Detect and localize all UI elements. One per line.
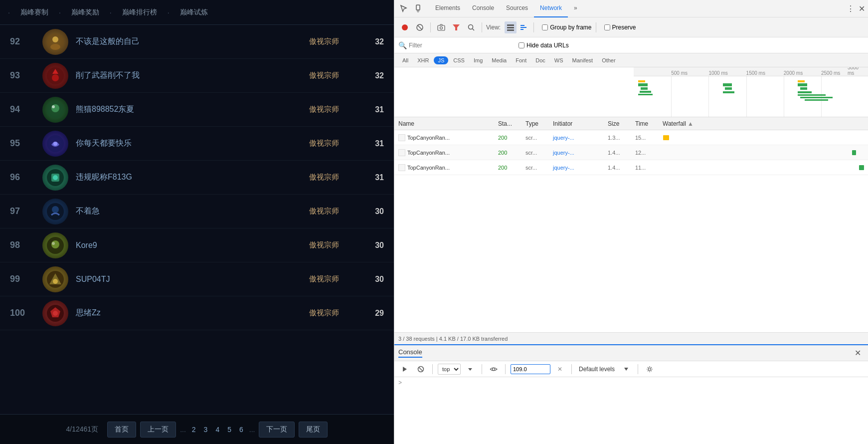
camera-button[interactable] (435, 21, 448, 34)
nav-item-1[interactable]: 巅峰奖励 (64, 8, 107, 17)
preserve-checkbox[interactable] (604, 24, 610, 30)
context-select[interactable]: top (438, 364, 461, 375)
nav-dot-4: · (168, 8, 170, 16)
next-page-button[interactable]: 下一页 (259, 422, 295, 438)
col-header-type[interactable]: Type (523, 120, 551, 127)
preserve-checkbox-row: Preserve (604, 24, 636, 31)
col-header-status[interactable]: Sta... (496, 120, 523, 127)
player-name-95: 你每天都要快乐 (76, 138, 294, 149)
device-toolbar-button[interactable] (412, 2, 425, 15)
page-num-4[interactable]: 4 (213, 426, 221, 434)
net-row-initiator-1[interactable]: jquery-... (551, 150, 606, 156)
clear-button[interactable] (413, 21, 426, 34)
type-filter-bar: All XHR JS CSS Img Media Font Doc WS Man… (394, 53, 868, 67)
score-95: 31 (354, 139, 384, 148)
page-num-2[interactable]: 2 (190, 426, 198, 434)
tab-sources[interactable]: Sources (500, 0, 534, 17)
svg-point-18 (52, 242, 55, 245)
nav-dot: · (8, 8, 10, 16)
svg-line-42 (419, 367, 423, 371)
hide-data-urls-checkbox[interactable] (519, 42, 524, 48)
nav-dot-2: · (59, 8, 61, 16)
file-icon-2 (398, 164, 405, 171)
network-rows: TopCanyonRan... 200 scr... jquery-... 1.… (394, 130, 868, 332)
devtools-panel: Elements Console Sources Network » ⋮ ✕ V… (394, 0, 868, 444)
net-row-size-0: 1.3... (606, 135, 633, 141)
net-row-name-0: TopCanyonRan... (396, 134, 496, 141)
devtools-close-button[interactable]: ✕ (859, 4, 865, 13)
network-row-0[interactable]: TopCanyonRan... 200 scr... jquery-... 1.… (394, 130, 868, 145)
col-header-name[interactable]: Name (396, 120, 496, 127)
guild-98: 傲视宗师 (294, 240, 354, 250)
svg-point-13 (53, 175, 58, 180)
ruler-label-1000: 1000 ms (708, 70, 727, 76)
console-settings-button[interactable] (643, 363, 656, 376)
player-name-98: Kore9 (76, 241, 294, 250)
net-row-name-1: TopCanyonRan... (396, 149, 496, 156)
type-tab-font[interactable]: Font (512, 56, 530, 64)
guild-95: 傲视宗师 (294, 139, 354, 148)
filter-icon[interactable] (450, 21, 463, 34)
avatar (42, 232, 68, 258)
score-92: 32 (354, 37, 384, 46)
col-header-size[interactable]: Size (606, 120, 633, 127)
console-stop-button[interactable] (414, 363, 427, 376)
nav-item-3[interactable]: 巅峰试炼 (173, 8, 215, 17)
type-tab-ws[interactable]: WS (550, 56, 567, 64)
tab-network[interactable]: Network (534, 0, 568, 17)
net-row-initiator-2[interactable]: jquery-... (551, 165, 606, 171)
network-row-1[interactable]: TopCanyonRan... 200 scr... jquery-... 1.… (394, 145, 868, 160)
score-98: 30 (354, 241, 384, 250)
type-tab-img[interactable]: Img (470, 56, 487, 64)
inspect-element-button[interactable] (397, 2, 410, 15)
type-tab-manifest[interactable]: Manifest (568, 56, 597, 64)
hide-data-urls-label: Hide data URLs (526, 42, 569, 49)
group-by-frame-checkbox[interactable] (542, 24, 548, 30)
filter-input[interactable] (409, 42, 509, 49)
console-close-button[interactable]: ✕ (851, 347, 864, 360)
console-title[interactable]: Console (398, 348, 422, 358)
waterfall-view-button[interactable] (518, 21, 529, 33)
svg-point-10 (53, 142, 57, 146)
col-header-waterfall[interactable]: Waterfall ▲ (661, 120, 866, 127)
list-view-button[interactable] (505, 21, 517, 33)
nav-item-2[interactable]: 巅峰排行榜 (115, 8, 165, 17)
type-tab-css[interactable]: CSS (449, 56, 469, 64)
type-tab-doc[interactable]: Doc (531, 56, 549, 64)
context-dropdown-button[interactable] (464, 363, 477, 376)
prev-page-button[interactable]: 上一页 (140, 422, 176, 438)
clear-filter-icon[interactable]: ✕ (553, 363, 566, 376)
rank-97: 97 (10, 206, 35, 217)
type-tab-all[interactable]: All (398, 56, 412, 64)
type-tab-js[interactable]: JS (434, 56, 448, 64)
type-tab-xhr[interactable]: XHR (413, 56, 433, 64)
search-button[interactable] (465, 21, 478, 34)
svg-point-26 (402, 24, 408, 30)
type-tab-media[interactable]: Media (488, 56, 511, 64)
page-num-6[interactable]: 6 (237, 426, 245, 434)
record-button[interactable] (398, 21, 411, 34)
col-header-time[interactable]: Time (633, 120, 661, 127)
nav-item-0[interactable]: 巅峰赛制 (13, 8, 56, 17)
levels-dropdown-button[interactable] (620, 363, 633, 376)
page-num-5[interactable]: 5 (225, 426, 233, 434)
page-dots-1: ... (180, 426, 186, 434)
first-page-button[interactable]: 首页 (107, 422, 136, 438)
type-tab-other[interactable]: Other (598, 56, 620, 64)
eye-icon[interactable] (487, 363, 500, 376)
svg-point-1 (52, 36, 58, 42)
tab-elements[interactable]: Elements (429, 0, 466, 17)
last-page-button[interactable]: 尾页 (299, 422, 328, 438)
avatar (42, 63, 68, 89)
tab-more[interactable]: » (568, 0, 583, 17)
tab-console[interactable]: Console (466, 0, 500, 17)
nav-dot-3: · (110, 8, 112, 16)
console-play-button[interactable] (398, 363, 411, 376)
svg-line-28 (418, 25, 422, 29)
network-row-2[interactable]: TopCanyonRan... 200 scr... jquery-... 1.… (394, 160, 868, 175)
page-num-3[interactable]: 3 (202, 426, 210, 434)
col-header-initiator[interactable]: Initiator (551, 120, 606, 127)
net-row-initiator-0[interactable]: jquery-... (551, 135, 606, 141)
console-filter-input[interactable] (511, 364, 550, 374)
devtools-more-button[interactable]: ⋮ (847, 4, 855, 13)
